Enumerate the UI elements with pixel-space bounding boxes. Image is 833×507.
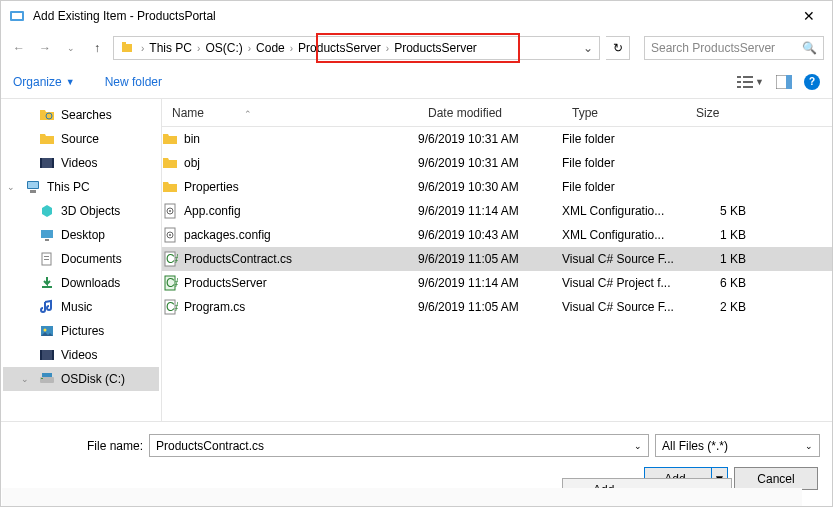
- svg-rect-26: [40, 350, 54, 360]
- breadcrumb-seg-4[interactable]: ProductsServer: [392, 41, 479, 55]
- chevron-down-icon[interactable]: ⌄: [805, 441, 813, 451]
- refresh-button[interactable]: ↻: [606, 36, 630, 60]
- breadcrumb-seg-1[interactable]: OS(C:): [203, 41, 244, 55]
- tree-item-3d-objects[interactable]: 3D Objects: [3, 199, 159, 223]
- file-date: 9/6/2019 11:05 AM: [418, 300, 562, 314]
- svg-rect-23: [44, 259, 49, 260]
- tree-item-label: Videos: [61, 156, 97, 170]
- file-type: XML Configuratio...: [562, 228, 686, 242]
- file-row[interactable]: App.config9/6/2019 11:14 AMXML Configura…: [162, 199, 832, 223]
- search-icon: 🔍: [802, 41, 817, 55]
- drive-icon: [39, 371, 55, 387]
- file-date: 9/6/2019 11:14 AM: [418, 204, 562, 218]
- nav-tree[interactable]: SearchesSourceVideos⌄This PC3D ObjectsDe…: [1, 99, 161, 421]
- file-name: Program.cs: [184, 300, 245, 314]
- downloads-icon: [39, 275, 55, 291]
- tree-item-this-pc[interactable]: ⌄This PC: [3, 175, 159, 199]
- breadcrumb-seg-0[interactable]: This PC: [147, 41, 194, 55]
- app-icon: [9, 8, 25, 24]
- tree-item-osdisk-c-[interactable]: ⌄OSDisk (C:): [3, 367, 159, 391]
- folder-icon: [162, 179, 178, 195]
- scrollbar-area: [2, 488, 802, 506]
- file-row[interactable]: packages.config9/6/2019 10:43 AMXML Conf…: [162, 223, 832, 247]
- config-icon: [162, 203, 178, 219]
- tree-item-label: OSDisk (C:): [61, 372, 125, 386]
- svg-rect-19: [41, 230, 53, 238]
- videos-icon: [39, 155, 55, 171]
- file-row[interactable]: obj9/6/2019 10:31 AMFile folder: [162, 151, 832, 175]
- file-row[interactable]: bin9/6/2019 10:31 AMFile folder: [162, 127, 832, 151]
- nav-row: ← → ⌄ ↑ › This PC › OS(C:) › Code › Prod…: [1, 31, 832, 65]
- column-date[interactable]: Date modified: [418, 106, 562, 120]
- chevron-down-icon[interactable]: ⌄: [634, 441, 642, 451]
- column-type[interactable]: Type: [562, 106, 686, 120]
- tree-item-videos[interactable]: Videos: [3, 151, 159, 175]
- titlebar: Add Existing Item - ProductsPortal ✕: [1, 1, 832, 31]
- file-type: Visual C# Source F...: [562, 252, 686, 266]
- breadcrumb[interactable]: › This PC › OS(C:) › Code › ProductsServ…: [113, 36, 600, 60]
- preview-pane-button[interactable]: [776, 75, 792, 89]
- file-type: File folder: [562, 156, 686, 170]
- close-button[interactable]: ✕: [794, 8, 824, 24]
- column-name[interactable]: Name⌃: [162, 106, 418, 120]
- expand-icon[interactable]: ⌄: [7, 182, 15, 192]
- tree-item-label: Desktop: [61, 228, 105, 242]
- up-button[interactable]: ↑: [87, 38, 107, 58]
- tree-item-videos[interactable]: Videos: [3, 343, 159, 367]
- breadcrumb-seg-2[interactable]: Code: [254, 41, 287, 55]
- filename-label: File name:: [13, 439, 143, 453]
- new-folder-button[interactable]: New folder: [105, 75, 162, 89]
- back-button[interactable]: ←: [9, 38, 29, 58]
- svg-text:C#: C#: [166, 252, 178, 266]
- file-row[interactable]: C#ProductsContract.cs9/6/2019 11:05 AMVi…: [162, 247, 832, 271]
- file-name: obj: [184, 156, 200, 170]
- chevron-right-icon[interactable]: ›: [138, 43, 147, 54]
- file-row[interactable]: C#ProductsServer9/6/2019 11:14 AMVisual …: [162, 271, 832, 295]
- cs-icon: C#: [162, 299, 178, 315]
- filename-input[interactable]: ProductsContract.cs ⌄: [149, 434, 649, 457]
- search-placeholder: Search ProductsServer: [651, 41, 775, 55]
- svg-rect-1: [12, 13, 22, 19]
- search-input[interactable]: Search ProductsServer 🔍: [644, 36, 824, 60]
- file-row[interactable]: Properties9/6/2019 10:30 AMFile folder: [162, 175, 832, 199]
- svg-text:C#: C#: [166, 276, 178, 290]
- file-name: Properties: [184, 180, 239, 194]
- chevron-right-icon[interactable]: ›: [194, 43, 203, 54]
- music-icon: [39, 299, 55, 315]
- breadcrumb-root-icon[interactable]: [118, 40, 138, 56]
- column-size[interactable]: Size: [686, 106, 766, 120]
- tree-item-label: Source: [61, 132, 99, 146]
- tree-item-source[interactable]: Source: [3, 127, 159, 151]
- organize-button[interactable]: Organize▼: [13, 75, 75, 89]
- help-button[interactable]: ?: [804, 74, 820, 90]
- cancel-button[interactable]: Cancel: [734, 467, 818, 490]
- file-name: ProductsContract.cs: [184, 252, 292, 266]
- sort-indicator-icon: ⌃: [244, 109, 252, 119]
- chevron-right-icon[interactable]: ›: [245, 43, 254, 54]
- expand-icon[interactable]: ⌄: [21, 374, 29, 384]
- tree-item-music[interactable]: Music: [3, 295, 159, 319]
- breadcrumb-dropdown[interactable]: ⌄: [577, 41, 599, 55]
- filter-select[interactable]: All Files (*.*) ⌄: [655, 434, 820, 457]
- config-icon: [162, 227, 178, 243]
- chevron-right-icon[interactable]: ›: [287, 43, 296, 54]
- tree-item-desktop[interactable]: Desktop: [3, 223, 159, 247]
- tree-item-downloads[interactable]: Downloads: [3, 271, 159, 295]
- svg-rect-17: [28, 182, 38, 188]
- tree-item-pictures[interactable]: Pictures: [3, 319, 159, 343]
- file-date: 9/6/2019 11:05 AM: [418, 252, 562, 266]
- file-type: File folder: [562, 132, 686, 146]
- file-size: 2 KB: [686, 300, 766, 314]
- tree-item-searches[interactable]: Searches: [3, 103, 159, 127]
- tree-item-label: Pictures: [61, 324, 104, 338]
- chevron-right-icon[interactable]: ›: [383, 43, 392, 54]
- column-headers: Name⌃ Date modified Type Size: [162, 99, 832, 127]
- svg-point-37: [169, 234, 171, 236]
- svg-rect-9: [743, 86, 753, 88]
- breadcrumb-seg-3[interactable]: ProductsServer: [296, 41, 383, 55]
- view-mode-button[interactable]: ▼: [737, 75, 764, 89]
- recent-button[interactable]: ⌄: [61, 38, 81, 58]
- tree-item-documents[interactable]: Documents: [3, 247, 159, 271]
- file-row[interactable]: C#Program.cs9/6/2019 11:05 AMVisual C# S…: [162, 295, 832, 319]
- svg-rect-14: [40, 158, 42, 168]
